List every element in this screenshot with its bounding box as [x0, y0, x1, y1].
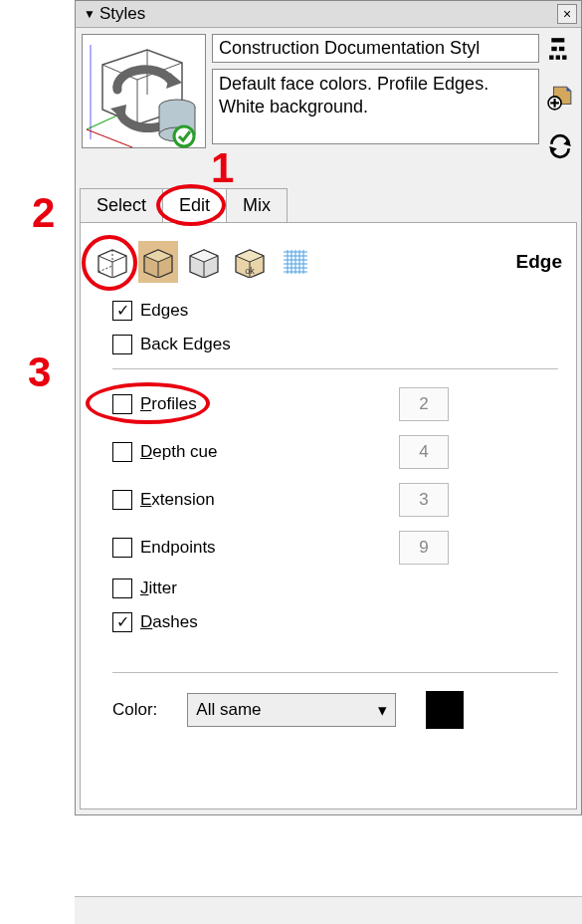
panel-title: Styles: [99, 4, 145, 24]
annotation-1: 1: [211, 144, 234, 192]
color-dropdown[interactable]: All same ▾: [187, 693, 396, 727]
checkbox-extension[interactable]: [112, 490, 132, 510]
label-profiles: Profiles: [140, 394, 197, 414]
row-depth-cue: Depth cue 4: [112, 435, 568, 469]
svg-rect-16: [551, 38, 564, 42]
color-swatch[interactable]: [426, 691, 464, 729]
checkbox-dashes[interactable]: [112, 612, 132, 632]
styles-panel: ▼ Styles ×: [75, 0, 582, 815]
row-edges: Edges: [112, 301, 568, 321]
row-jitter: Jitter: [112, 578, 568, 598]
annotation-3: 3: [28, 348, 51, 396]
label-depth-cue: Depth cue: [140, 442, 218, 462]
label-dashes: Dashes: [140, 612, 198, 632]
row-extension: Extension 3: [112, 483, 568, 517]
style-name-field[interactable]: Construction Documentation Styl: [212, 34, 539, 63]
panel-header: ▼ Styles ×: [76, 1, 581, 28]
row-dashes: Dashes: [112, 612, 568, 632]
edge-settings-icon[interactable]: [93, 241, 132, 283]
svg-point-15: [174, 126, 194, 146]
label-jitter: Jitter: [140, 578, 177, 598]
svg-line-2: [87, 129, 132, 147]
section-heading: Edge: [516, 251, 568, 273]
checkbox-back-edges[interactable]: [112, 335, 132, 354]
close-button[interactable]: ×: [557, 4, 577, 24]
svg-line-34: [98, 266, 112, 272]
style-preview-row: Construction Documentation Styl Default …: [76, 28, 581, 170]
tab-select[interactable]: Select: [80, 188, 163, 223]
checkbox-depth-cue[interactable]: [112, 442, 132, 462]
divider: [112, 368, 558, 369]
label-endpoints: Endpoints: [140, 538, 216, 558]
svg-text:ok: ok: [245, 266, 255, 276]
svg-rect-19: [549, 56, 553, 60]
svg-rect-17: [551, 47, 556, 51]
create-style-icon[interactable]: [547, 85, 573, 116]
color-row: Color: All same ▾: [112, 691, 568, 729]
svg-rect-18: [559, 47, 564, 51]
style-description-field[interactable]: Default face colors. Profile Edges. Whit…: [212, 69, 539, 144]
collapse-icon[interactable]: ▼: [84, 7, 96, 21]
color-dropdown-value: All same: [196, 700, 261, 720]
background-settings-icon[interactable]: [184, 241, 224, 283]
tab-mix[interactable]: Mix: [226, 188, 288, 223]
checkbox-endpoints[interactable]: [112, 538, 132, 558]
color-label: Color:: [112, 700, 157, 720]
tab-bar: Select Edit Mix: [76, 170, 581, 223]
input-profiles[interactable]: 2: [399, 387, 449, 421]
watermark-settings-icon[interactable]: ok: [230, 241, 270, 283]
label-edges: Edges: [140, 301, 188, 321]
svg-rect-20: [556, 56, 560, 60]
close-icon: ×: [563, 6, 571, 22]
face-settings-icon[interactable]: [138, 241, 178, 283]
row-profiles: Profiles 2: [112, 387, 568, 421]
svg-line-31: [112, 256, 126, 262]
checkbox-profiles[interactable]: [112, 394, 132, 414]
divider: [112, 672, 558, 673]
row-endpoints: Endpoints 9: [112, 531, 568, 565]
checkbox-edges[interactable]: [112, 301, 132, 321]
label-back-edges: Back Edges: [140, 335, 231, 354]
checkbox-jitter[interactable]: [112, 578, 132, 598]
row-back-edges: Back Edges: [112, 335, 568, 354]
edit-tab-body: ok Edge Edges Back Edges Profile: [80, 222, 577, 809]
svg-line-30: [98, 256, 112, 262]
input-endpoints[interactable]: 9: [399, 531, 449, 565]
style-thumbnail[interactable]: [82, 34, 206, 148]
tab-edit[interactable]: Edit: [162, 188, 227, 223]
bottom-bar: [75, 896, 582, 924]
input-depth-cue[interactable]: 4: [399, 435, 449, 469]
modeling-settings-icon[interactable]: [276, 241, 315, 283]
details-icon[interactable]: [547, 36, 573, 67]
annotation-2: 2: [32, 189, 55, 237]
input-extension[interactable]: 3: [399, 483, 449, 517]
label-extension: Extension: [140, 490, 215, 510]
update-style-icon[interactable]: [547, 133, 573, 164]
chevron-down-icon: ▾: [378, 700, 387, 721]
svg-rect-21: [562, 56, 566, 60]
edit-subtab-bar: ok Edge: [89, 233, 568, 301]
